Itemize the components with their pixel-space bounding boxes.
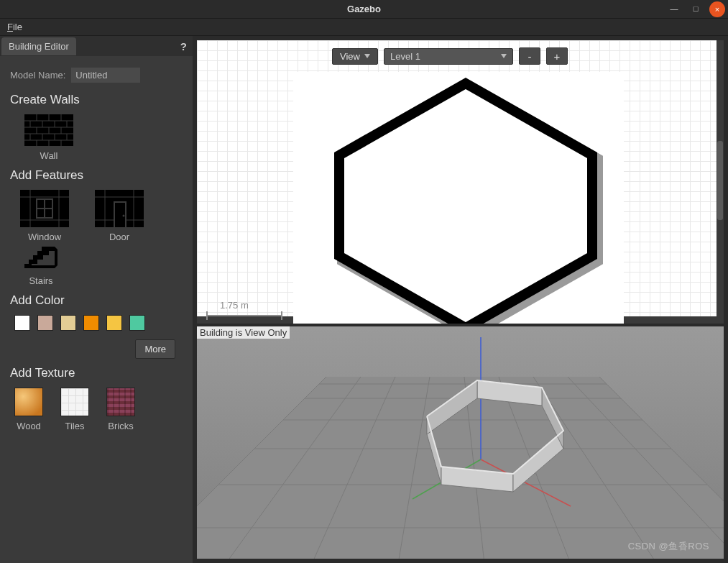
palette-window[interactable]: Window	[20, 190, 69, 242]
texture-tiles[interactable]: Tiles	[60, 388, 89, 431]
color-swatch-3[interactable]	[83, 315, 99, 331]
tab-building-editor[interactable]: Building Editor	[1, 37, 76, 55]
section-add-color: Add Color	[10, 293, 183, 308]
palette-door[interactable]: Door	[95, 190, 144, 242]
watermark: CSDN @鱼香ROS	[628, 540, 709, 553]
window-controls: — □ ×	[666, 1, 725, 17]
sidebar-panel: Model Name: Create Walls	[0, 56, 193, 563]
texture-wood[interactable]: Wood	[14, 388, 43, 431]
palette-walls: Wall	[24, 114, 183, 161]
main-layout: Building Editor ? Model Name: Create Wal…	[0, 36, 728, 563]
scrollbar-2d-vertical[interactable]	[717, 40, 724, 324]
bricks-icon	[106, 388, 135, 416]
maximize-button[interactable]: □	[688, 1, 704, 16]
level-remove-button[interactable]: -	[519, 47, 540, 65]
svg-marker-42	[37, 251, 49, 255]
help-button[interactable]: ?	[180, 40, 187, 52]
scale-value: 1.75 m	[220, 300, 285, 311]
wood-icon	[14, 388, 43, 416]
menu-file[interactable]: File	[7, 22, 22, 32]
titlebar: Gazebo — □ ×	[0, 0, 728, 19]
level-add-button[interactable]: +	[546, 47, 568, 65]
scale-indicator: 1.75 m	[204, 300, 285, 321]
canvas-2d[interactable]: View Level 1 - + 1.75 m	[197, 40, 724, 324]
model-name-label: Model Name:	[10, 70, 65, 81]
model-name-input[interactable]	[71, 68, 140, 83]
texture-bricks-label: Bricks	[108, 421, 133, 431]
color-swatch-4[interactable]	[106, 315, 122, 331]
svg-marker-41	[33, 255, 43, 260]
canvas-3d[interactable]: Building is View Only	[197, 326, 724, 559]
model-name-row: Model Name:	[10, 68, 183, 83]
svg-marker-46	[501, 54, 507, 58]
color-swatch-0[interactable]	[14, 315, 30, 331]
window-title: Gazebo	[347, 4, 381, 14]
close-button[interactable]: ×	[709, 1, 725, 17]
window-icon	[20, 190, 69, 227]
svg-marker-40	[29, 260, 37, 264]
sidebar: Building Editor ? Model Name: Create Wal…	[0, 36, 193, 563]
section-add-texture: Add Texture	[10, 366, 183, 380]
view-button[interactable]: View	[332, 48, 378, 65]
hexagon-3d	[391, 348, 585, 521]
view3d-status: Building is View Only	[197, 326, 290, 339]
floorplan-area	[293, 72, 624, 324]
palette-wall[interactable]: Wall	[24, 114, 73, 161]
level-select-value: Level 1	[390, 51, 420, 62]
stairs-icon	[24, 247, 57, 271]
palette-wall-label: Wall	[40, 150, 58, 161]
texture-swatches: Wood Tiles Bricks	[14, 388, 183, 431]
palette-door-label: Door	[109, 232, 129, 242]
palette-window-label: Window	[28, 232, 61, 242]
texture-wood-label: Wood	[17, 421, 41, 431]
texture-bricks[interactable]: Bricks	[106, 388, 135, 431]
sidebar-tabbar: Building Editor ?	[0, 36, 193, 56]
svg-marker-75	[513, 431, 563, 492]
door-icon	[95, 190, 144, 227]
level-select[interactable]: Level 1	[384, 48, 513, 65]
menubar: File	[0, 19, 728, 36]
color-swatch-1[interactable]	[37, 315, 53, 331]
section-add-features: Add Features	[10, 168, 183, 183]
palette-stairs-row: Stairs	[24, 247, 183, 286]
palette-stairs[interactable]: Stairs	[24, 247, 57, 286]
svg-marker-78	[427, 380, 477, 434]
chevron-down-icon	[501, 54, 507, 58]
minimize-button[interactable]: —	[666, 1, 682, 16]
wall-icon	[24, 114, 73, 146]
right-area: View Level 1 - + 1.75 m	[193, 36, 728, 563]
color-swatch-5[interactable]	[129, 315, 145, 331]
palette-features: Window Door	[20, 190, 183, 242]
tiles-icon	[60, 388, 89, 416]
color-swatches	[14, 315, 183, 331]
svg-point-38	[123, 215, 125, 217]
more-colors-button[interactable]: More	[135, 339, 175, 359]
palette-stairs-label: Stairs	[29, 275, 52, 286]
toolbar-2d: View Level 1 - +	[332, 47, 568, 65]
color-swatch-2[interactable]	[60, 315, 76, 331]
chevron-down-icon	[364, 54, 370, 58]
section-create-walls: Create Walls	[10, 93, 183, 107]
svg-marker-43	[42, 247, 55, 251]
svg-marker-45	[364, 54, 370, 58]
hexagon-wall[interactable]	[322, 72, 609, 324]
texture-tiles-label: Tiles	[65, 421, 85, 431]
